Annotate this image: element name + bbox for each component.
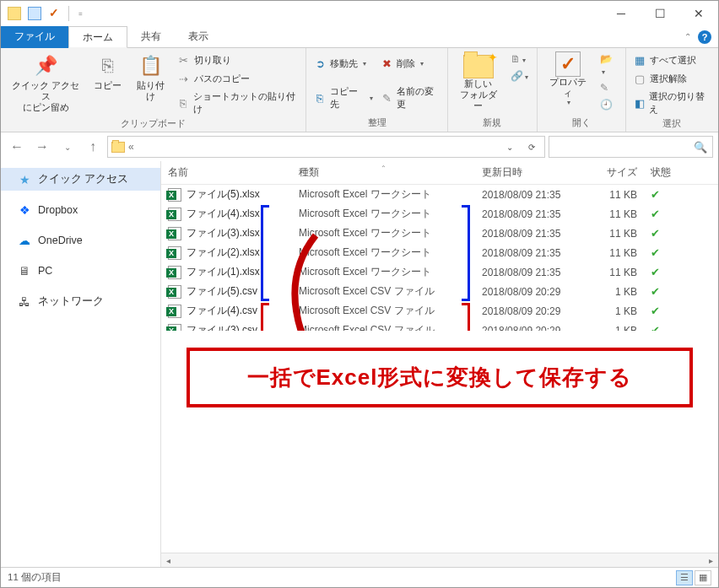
qat-separator <box>68 6 69 21</box>
recent-dropdown-icon[interactable]: ⌄ <box>57 136 78 158</box>
search-box[interactable]: 🔍 <box>549 136 713 158</box>
history-icon[interactable]: 🕘 <box>600 99 617 111</box>
file-date: 2018/08/09 21:35 <box>475 267 585 278</box>
file-status: ✔ <box>644 246 718 259</box>
horizontal-scrollbar[interactable]: ◂ ▸ <box>161 553 718 567</box>
chevron-down-icon: ▾ <box>370 94 373 102</box>
copyto-icon: ⎘ <box>313 91 326 105</box>
file-type: Microsoft Excel ワークシート <box>292 187 475 202</box>
file-date: 2018/08/09 20:29 <box>475 286 585 298</box>
copyto-button[interactable]: ⎘コピー先▾ <box>310 84 376 112</box>
file-name: ファイル(4).csv <box>187 304 257 318</box>
copy-button[interactable]: ⎘ コピー <box>88 50 128 93</box>
table-row[interactable]: ファイル(3).csvMicrosoft Excel CSV ファイル2018/… <box>161 321 718 331</box>
close-button[interactable]: ✕ <box>679 1 718 26</box>
delete-button[interactable]: ✖削除▾ <box>376 55 444 72</box>
open-icon[interactable]: 📂▾ <box>600 53 617 77</box>
refresh-button[interactable]: ⟳ <box>522 138 541 156</box>
tab-file[interactable]: ファイル <box>1 26 68 48</box>
pc-icon: 🖥 <box>18 264 31 278</box>
excel-icon <box>168 266 181 279</box>
navigation-pane[interactable]: ★クイック アクセス ❖Dropbox ☁OneDrive 🖥PC 🖧ネットワー… <box>1 161 161 567</box>
sidebar-item-dropbox[interactable]: ❖Dropbox <box>1 199 160 221</box>
content-area: ★クイック アクセス ❖Dropbox ☁OneDrive 🖥PC 🖧ネットワー… <box>1 161 718 567</box>
file-size: 11 KB <box>585 228 644 240</box>
column-status[interactable]: 状態 <box>644 165 718 180</box>
minimize-button[interactable]: ─ <box>602 1 641 26</box>
sidebar-item-pc[interactable]: 🖥PC <box>1 260 160 282</box>
nav-toolbar: ← → ⌄ ↑ « ⌄ ⟳ 🔍 <box>1 132 718 161</box>
thumbnails-view-icon[interactable]: ▦ <box>695 570 711 585</box>
new-item-icon[interactable]: 🗎▾ <box>511 53 528 65</box>
moveto-button[interactable]: ➲移動先▾ <box>310 55 376 72</box>
tab-share[interactable]: 共有 <box>127 26 175 48</box>
scroll-right-icon[interactable]: ▸ <box>704 556 718 565</box>
edit-icon[interactable]: ✎ <box>600 82 617 94</box>
select-none-button[interactable]: ▢選択解除 <box>630 70 715 87</box>
tab-view[interactable]: 表示 <box>175 26 222 48</box>
file-status: ✔ <box>644 227 718 240</box>
path-icon: ⇢ <box>177 72 191 85</box>
file-name: ファイル(5).csv <box>187 284 257 299</box>
maximize-button[interactable]: ☐ <box>641 1 679 26</box>
file-date: 2018/08/09 21:35 <box>475 228 585 240</box>
column-date[interactable]: 更新日時 <box>475 165 585 180</box>
moveto-icon: ➲ <box>313 57 327 70</box>
cut-button[interactable]: ✂切り取り <box>174 51 303 68</box>
new-folder-button[interactable]: ✦ 新しい フォルダー <box>451 50 505 114</box>
sidebar-item-onedrive[interactable]: ☁OneDrive <box>1 229 160 251</box>
help-icon[interactable]: ? <box>698 30 711 44</box>
back-button[interactable]: ← <box>6 136 28 158</box>
paste-shortcut-button[interactable]: ⎘ショートカットの貼り付け <box>174 89 303 117</box>
address-history-icon[interactable]: ⌄ <box>500 138 519 156</box>
scroll-left-icon[interactable]: ◂ <box>161 556 176 565</box>
ribbon: 📌 クイック アクセス にピン留め ⎘ コピー 📋 貼り付け ✂切り取り ⇢パス… <box>1 48 718 132</box>
table-row[interactable]: ファイル(1).xlsxMicrosoft Excel ワークシート2018/0… <box>161 262 718 282</box>
address-bar[interactable]: « ⌄ ⟳ <box>107 136 545 158</box>
file-rows-container[interactable]: ファイル(5).xlsxMicrosoft Excel ワークシート2018/0… <box>161 185 718 331</box>
qat-properties-icon[interactable] <box>48 7 62 20</box>
file-type: Microsoft Excel ワークシート <box>292 265 475 279</box>
table-row[interactable]: ファイル(4).xlsxMicrosoft Excel ワークシート2018/0… <box>161 204 718 224</box>
table-row[interactable]: ファイル(3).xlsxMicrosoft Excel ワークシート2018/0… <box>161 224 718 243</box>
dropbox-icon: ❖ <box>18 203 31 217</box>
table-row[interactable]: ファイル(5).xlsxMicrosoft Excel ワークシート2018/0… <box>161 185 718 204</box>
sidebar-item-network[interactable]: 🖧ネットワーク <box>1 290 160 313</box>
column-name[interactable]: 名前 <box>161 165 292 180</box>
details-view-icon[interactable]: ☰ <box>676 570 693 585</box>
file-status: ✔ <box>644 305 718 317</box>
file-date: 2018/08/09 20:29 <box>475 305 585 317</box>
window-folder-icon <box>8 7 21 20</box>
column-type[interactable]: ⌃種類 <box>292 165 475 180</box>
excel-icon <box>168 324 181 331</box>
column-size[interactable]: サイズ <box>585 165 644 180</box>
new-folder-icon: ✦ <box>463 55 494 78</box>
file-type: Microsoft Excel ワークシート <box>292 245 475 260</box>
easy-access-icon[interactable]: 🔗▾ <box>511 70 528 82</box>
table-row[interactable]: ファイル(2).xlsxMicrosoft Excel ワークシート2018/0… <box>161 243 718 262</box>
qat-dropdown-icon[interactable]: = <box>76 10 85 18</box>
file-type: Microsoft Excel ワークシート <box>292 226 475 240</box>
status-bar: 11 個の項目 ☰ ▦ <box>1 567 718 587</box>
properties-button[interactable]: ✓ プロパティ▾ <box>541 50 595 108</box>
file-size: 1 KB <box>585 325 644 331</box>
rename-button[interactable]: ✎名前の変更 <box>376 84 444 112</box>
excel-icon <box>168 285 181 299</box>
table-row[interactable]: ファイル(4).csvMicrosoft Excel CSV ファイル2018/… <box>161 301 718 321</box>
tab-home[interactable]: ホーム <box>68 26 127 48</box>
up-button[interactable]: ↑ <box>82 136 104 158</box>
check-icon: ✔ <box>651 324 660 331</box>
annotation-bracket-csv-right <box>462 205 470 301</box>
sidebar-item-quick-access[interactable]: ★クイック アクセス <box>1 168 160 191</box>
forward-button[interactable]: → <box>31 136 53 158</box>
table-row[interactable]: ファイル(5).csvMicrosoft Excel CSV ファイル2018/… <box>161 282 718 301</box>
file-list-area: 名前 ⌃種類 更新日時 サイズ 状態 ファイル(5).xlsxMicrosoft… <box>161 161 718 567</box>
collapse-ribbon-icon[interactable]: ⌃ <box>684 32 691 41</box>
invert-selection-button[interactable]: ◧選択の切り替え <box>630 89 715 117</box>
select-all-button[interactable]: ▦すべて選択 <box>630 51 715 68</box>
paste-button[interactable]: 📋 貼り付け <box>128 50 174 104</box>
qat-save-icon[interactable] <box>28 7 41 20</box>
pin-quick-access-button[interactable]: 📌 クイック アクセス にピン留め <box>4 50 88 116</box>
copypath-button[interactable]: ⇢パスのコピー <box>174 70 303 87</box>
file-name: ファイル(3).csv <box>187 323 257 331</box>
